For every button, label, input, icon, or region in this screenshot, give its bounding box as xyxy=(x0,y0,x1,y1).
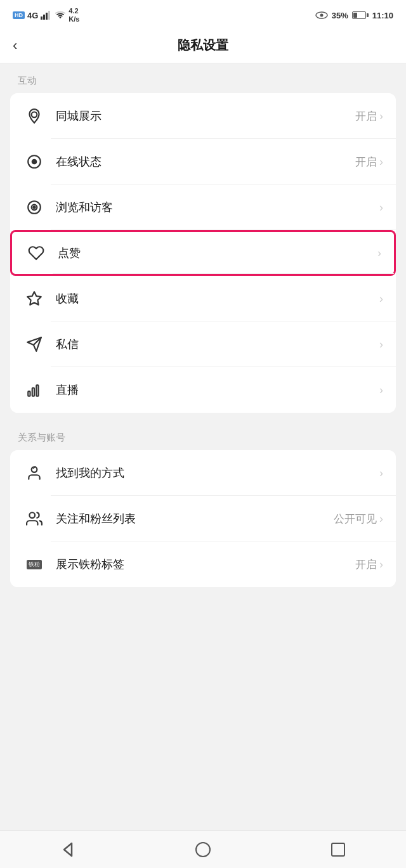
speed-text: 4.2 K/s xyxy=(69,7,79,23)
follow-value: 公开可见 xyxy=(334,512,377,526)
svg-point-19 xyxy=(29,512,35,518)
svg-rect-15 xyxy=(28,391,30,396)
hd-badge: HD xyxy=(13,11,25,19)
menu-item-live[interactable]: 直播 › xyxy=(10,367,396,413)
svg-point-11 xyxy=(33,206,35,208)
tongcheng-chevron: › xyxy=(379,110,383,123)
live-label: 直播 xyxy=(56,382,377,398)
status-left: HD 4G 4.2 K/s xyxy=(13,7,79,23)
battery-percent: 35% xyxy=(332,11,348,20)
interaction-card-group: 同城展示 开启 › 在线状态 开启 › 浏览和访客 › xyxy=(10,93,396,413)
tongcheng-value: 开启 xyxy=(355,109,377,124)
svg-point-6 xyxy=(32,112,37,118)
bottom-nav-bar xyxy=(0,830,406,868)
message-icon xyxy=(23,333,46,356)
like-label: 点赞 xyxy=(58,245,375,261)
ironfan-label: 展示铁粉标签 xyxy=(56,557,355,572)
svg-rect-2 xyxy=(46,13,48,20)
menu-item-like[interactable]: 点赞 › xyxy=(10,230,396,276)
findme-chevron: › xyxy=(379,467,383,480)
signal-text: 4G xyxy=(27,11,38,20)
browse-icon xyxy=(23,196,46,219)
menu-item-follow[interactable]: 关注和粉丝列表 公开可见 › xyxy=(10,496,396,541)
online-label: 在线状态 xyxy=(56,154,355,169)
menu-item-collect[interactable]: 收藏 › xyxy=(10,276,396,321)
like-icon xyxy=(25,242,48,264)
svg-marker-12 xyxy=(27,292,41,305)
live-chevron: › xyxy=(379,384,383,397)
wifi-icon xyxy=(55,11,66,20)
svg-rect-0 xyxy=(41,16,43,20)
collect-icon xyxy=(23,287,46,310)
svg-rect-3 xyxy=(48,11,50,20)
ironfan-icon: 铁粉 xyxy=(23,553,46,576)
findme-label: 找到我的方式 xyxy=(56,465,377,481)
findme-icon xyxy=(23,462,46,484)
section-label-interaction: 互动 xyxy=(0,63,406,93)
nav-bar: ‹ 隐私设置 xyxy=(0,28,406,63)
ironfan-value: 开启 xyxy=(355,557,377,572)
ironfan-chevron: › xyxy=(379,558,383,571)
relation-card-group: 找到我的方式 › 关注和粉丝列表 公开可见 › 铁粉 展示铁粉标签 开启 › xyxy=(10,450,396,587)
nav-home-button[interactable] xyxy=(187,839,219,860)
svg-rect-1 xyxy=(43,15,45,20)
menu-item-online[interactable]: 在线状态 开启 › xyxy=(10,139,396,185)
nav-recent-button[interactable] xyxy=(322,839,354,860)
collect-chevron: › xyxy=(379,292,383,306)
message-label: 私信 xyxy=(56,337,377,352)
section-label-relation: 关系与账号 xyxy=(0,420,406,450)
location-icon xyxy=(23,105,46,127)
nav-back-button[interactable] xyxy=(52,839,84,860)
status-bar: HD 4G 4.2 K/s 35% 11:10 xyxy=(0,0,406,28)
browse-label: 浏览和访客 xyxy=(56,200,377,215)
svg-rect-16 xyxy=(32,388,34,396)
eye-icon xyxy=(315,11,328,20)
svg-marker-20 xyxy=(64,843,72,856)
online-value: 开启 xyxy=(355,155,377,169)
follow-icon xyxy=(23,507,46,530)
message-chevron: › xyxy=(379,338,383,351)
svg-rect-17 xyxy=(36,385,38,396)
menu-item-browse[interactable]: 浏览和访客 › xyxy=(10,185,396,230)
browse-chevron: › xyxy=(379,201,383,214)
online-icon xyxy=(23,150,46,173)
live-icon xyxy=(23,379,46,401)
menu-item-message[interactable]: 私信 › xyxy=(10,321,396,367)
svg-point-8 xyxy=(32,160,37,164)
online-chevron: › xyxy=(379,155,383,169)
tongcheng-label: 同城展示 xyxy=(56,108,355,124)
signal-bars-icon xyxy=(41,11,52,20)
menu-item-findme[interactable]: 找到我的方式 › xyxy=(10,450,396,496)
like-chevron: › xyxy=(377,247,381,260)
back-button[interactable]: ‹ xyxy=(13,37,17,54)
page-title: 隐私设置 xyxy=(178,37,228,54)
menu-item-tongcheng[interactable]: 同城展示 开启 › xyxy=(10,93,396,139)
status-right: 35% 11:10 xyxy=(315,11,393,20)
ironfan-badge: 铁粉 xyxy=(27,560,42,569)
svg-point-5 xyxy=(320,14,323,17)
battery-icon xyxy=(352,11,369,19)
collect-label: 收藏 xyxy=(56,291,377,306)
time-display: 11:10 xyxy=(372,11,393,20)
menu-item-ironfan[interactable]: 铁粉 展示铁粉标签 开启 › xyxy=(10,541,396,587)
follow-label: 关注和粉丝列表 xyxy=(56,511,334,526)
follow-chevron: › xyxy=(379,512,383,526)
